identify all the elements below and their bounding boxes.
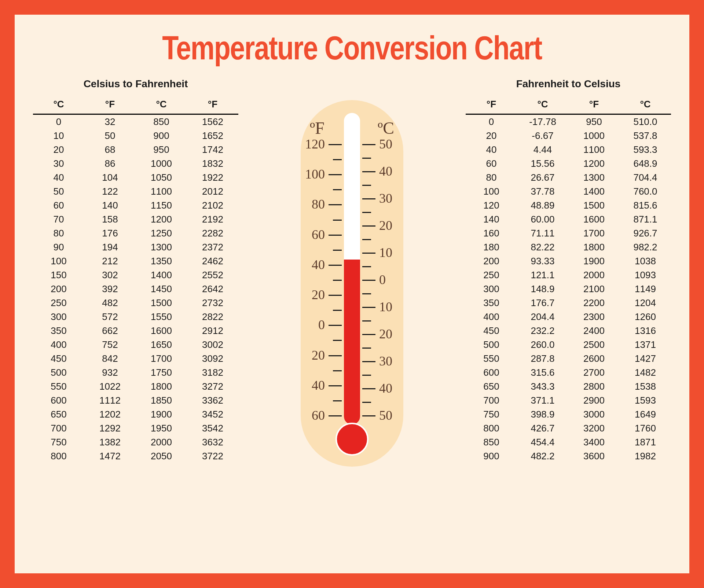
cell: 850 <box>466 435 517 449</box>
f-tick-label: 60 <box>312 227 325 242</box>
cell: 70 <box>33 212 84 226</box>
table-row: 750398.930001649 <box>466 407 671 421</box>
table-row: 300148.921001149 <box>466 282 671 296</box>
cell: -6.67 <box>517 129 568 143</box>
f-tick-label: 40 <box>312 378 325 393</box>
page-title: Temperature Conversion Chart <box>91 29 614 67</box>
cell: 82.22 <box>517 240 568 254</box>
c-tick-label: 20 <box>379 326 392 342</box>
table-row: 45084217003092 <box>33 352 238 365</box>
tick-minor <box>362 185 371 186</box>
cell: 350 <box>466 296 517 310</box>
tick-minor <box>362 293 371 294</box>
cell: 1149 <box>620 282 671 296</box>
chart-panel: Temperature Conversion Chart Celsius to … <box>15 15 689 573</box>
cell: 194 <box>84 240 136 254</box>
cell: 1562 <box>187 114 238 129</box>
cell: 204.4 <box>517 310 568 324</box>
cell: 1650 <box>136 338 187 352</box>
c-tick-label: 10 <box>379 299 392 315</box>
table-row: 650343.328001538 <box>466 379 671 393</box>
cell: 3400 <box>568 435 620 449</box>
cell: 212 <box>84 254 136 268</box>
f-tick-label: 80 <box>312 196 325 212</box>
cell: -17.78 <box>517 114 568 129</box>
column-header: °C <box>136 96 187 114</box>
cell: 176 <box>84 226 136 240</box>
cell: 1427 <box>620 352 671 365</box>
table-row: 404.441100593.3 <box>466 143 671 157</box>
cell: 950 <box>136 143 187 157</box>
cell: 752 <box>84 338 136 352</box>
cell: 80 <box>466 170 517 184</box>
table-row: 40075216503002 <box>33 338 238 352</box>
cell: 122 <box>84 184 136 198</box>
cell: 1112 <box>84 393 136 407</box>
cell: 1100 <box>568 143 620 157</box>
cell: 140 <box>84 198 136 212</box>
cell: 398.9 <box>517 407 568 421</box>
tick-minor <box>333 189 342 190</box>
tick-minor <box>362 266 371 267</box>
tick-minor <box>333 310 342 311</box>
cell: 510.0 <box>620 114 671 129</box>
cell: 250 <box>33 296 84 310</box>
table-row: 400204.423001260 <box>466 310 671 324</box>
table-row: 20689501742 <box>33 143 238 157</box>
cell: 932 <box>84 365 136 379</box>
cell: 400 <box>466 310 517 324</box>
cell: 68 <box>84 143 136 157</box>
cell: 71.11 <box>517 226 568 240</box>
f-to-c-table: °F°C°F°C 0-17.78950510.020-6.671000537.8… <box>466 96 671 463</box>
cell: 2822 <box>187 310 238 324</box>
column-header: °C <box>517 96 568 114</box>
cell: 315.6 <box>517 365 568 379</box>
tick-major <box>362 307 375 308</box>
cell: 1900 <box>136 407 187 421</box>
cell: 2372 <box>187 240 238 254</box>
cell: 2462 <box>187 254 238 268</box>
table-row: 0-17.78950510.0 <box>466 114 671 129</box>
table-row: 10037.781400760.0 <box>466 184 671 198</box>
cell: 1450 <box>136 282 187 296</box>
cell: 90 <box>33 240 84 254</box>
cell: 2200 <box>568 296 620 310</box>
table-row: 600111218503362 <box>33 393 238 407</box>
cell: 300 <box>33 310 84 324</box>
cell: 10 <box>33 129 84 143</box>
cell: 3002 <box>187 338 238 352</box>
f-tick-label: 20 <box>312 287 325 302</box>
f-tick-label: 20 <box>312 348 325 363</box>
cell: 1260 <box>620 310 671 324</box>
cell: 1400 <box>136 268 187 282</box>
cell: 1550 <box>136 310 187 324</box>
cell: 120 <box>466 198 517 212</box>
table-row: 550102218003272 <box>33 379 238 393</box>
c-tick-label: 50 <box>379 408 392 423</box>
cell: 1093 <box>620 268 671 282</box>
table-row: 7015812002192 <box>33 212 238 226</box>
cell: 1593 <box>620 393 671 407</box>
cell: 300 <box>466 282 517 296</box>
cell: 1300 <box>568 170 620 184</box>
cell: 93.33 <box>517 254 568 268</box>
column-header: °C <box>620 96 671 114</box>
cell: 1900 <box>568 254 620 268</box>
table-row: 9019413002372 <box>33 240 238 254</box>
cell: 3632 <box>187 435 238 449</box>
tick-minor <box>333 280 342 281</box>
cell: 700 <box>33 421 84 435</box>
c-tick-label: 40 <box>379 163 392 179</box>
cell: 37.78 <box>517 184 568 198</box>
cell: 2102 <box>187 198 238 212</box>
right-heading: Fahrenheit to Celsius <box>466 78 671 90</box>
thermometer-scale: 1201008060402002040605040302010010203040… <box>290 144 414 415</box>
cell: 1100 <box>136 184 187 198</box>
cell: 3092 <box>187 352 238 365</box>
cell: 1204 <box>620 296 671 310</box>
cell: 26.67 <box>517 170 568 184</box>
cell: 371.1 <box>517 393 568 407</box>
cell: 550 <box>466 352 517 365</box>
cell: 1600 <box>568 212 620 226</box>
cell: 426.7 <box>517 421 568 435</box>
